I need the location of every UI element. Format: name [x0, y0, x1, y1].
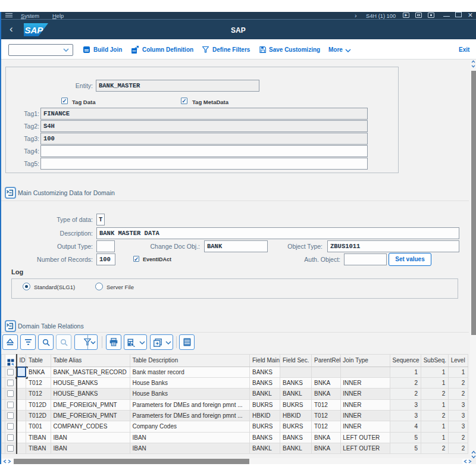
svg-text:SAP: SAP — [25, 25, 44, 35]
